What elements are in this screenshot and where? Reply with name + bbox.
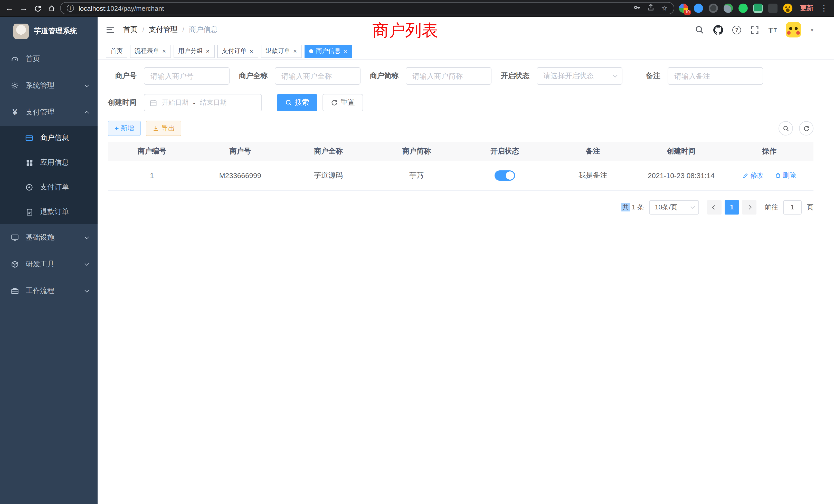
bookmark-star-icon[interactable]: ☆	[661, 4, 667, 12]
tab-close-icon[interactable]: ×	[249, 48, 254, 54]
document-icon	[25, 208, 34, 216]
sidebar-item-app-info[interactable]: 应用信息	[0, 151, 97, 175]
main-area: 首页 / 支付管理 / 商户信息 商户列表	[97, 17, 834, 504]
sidebar-item-pay-order[interactable]: 支付订单	[0, 175, 97, 200]
export-button[interactable]: 导出	[146, 121, 181, 136]
breadcrumb-payment[interactable]: 支付管理	[149, 25, 178, 35]
tab-close-icon[interactable]: ×	[205, 48, 210, 54]
app-logo[interactable]: 芋道管理系统	[0, 17, 97, 46]
tab-close-icon[interactable]: ×	[343, 48, 348, 54]
browser-forward-icon[interactable]: →	[20, 4, 28, 12]
tab-pay-order[interactable]: 支付订单 ×	[217, 44, 258, 58]
extension-icon-dark[interactable]	[709, 4, 718, 13]
date-range-picker[interactable]: 开始日期 - 结束日期	[144, 94, 262, 111]
extension-icon-green-circle[interactable]	[739, 4, 748, 13]
chevron-down-icon	[85, 261, 89, 266]
goto-page-input[interactable]	[783, 200, 802, 214]
status-toggle[interactable]	[495, 170, 515, 181]
tab-close-icon[interactable]: ×	[162, 48, 167, 54]
extension-icon-green-square[interactable]	[753, 4, 763, 13]
sidebar-item-home[interactable]: 首页	[0, 46, 97, 72]
tab-home[interactable]: 首页	[106, 44, 127, 58]
browser-home-icon[interactable]	[48, 4, 56, 12]
toggle-search-button[interactable]	[778, 121, 793, 136]
browser-nav-buttons: ← →	[5, 4, 56, 12]
saved-passwords-key-icon[interactable]	[634, 4, 641, 13]
sidebar-item-system[interactable]: 系统管理	[0, 72, 97, 99]
cell-id: 1	[108, 161, 196, 190]
next-page-button[interactable]	[742, 200, 756, 214]
current-page-button[interactable]: 1	[725, 200, 739, 214]
user-menu-caret-icon[interactable]: ▾	[811, 26, 813, 33]
sidebar-item-infrastructure[interactable]: 基础设施	[0, 224, 97, 251]
tab-merchant-info[interactable]: 商户信息 ×	[305, 44, 352, 58]
status-select[interactable]: 请选择开启状态	[537, 67, 622, 85]
url-text: localhost:1024/pay/merchant	[79, 4, 164, 12]
extension-icon-pin[interactable]	[768, 4, 777, 13]
tab-close-icon[interactable]: ×	[293, 48, 297, 54]
page-size-select[interactable]: 10条/页	[649, 200, 699, 214]
sidebar-item-label: 应用信息	[40, 158, 88, 167]
date-end-placeholder: 结束日期	[200, 98, 227, 107]
monitor-icon	[10, 233, 20, 242]
tab-refund-order[interactable]: 退款订单 ×	[261, 44, 302, 58]
font-size-icon[interactable]: TT	[768, 25, 777, 34]
filter-full-name: 商户全称	[239, 67, 360, 85]
filter-short-name: 商户简称	[370, 67, 491, 85]
site-info-icon[interactable]: i	[67, 5, 74, 12]
breadcrumb-home[interactable]: 首页	[123, 25, 138, 35]
browser-back-icon[interactable]: ←	[5, 4, 13, 12]
browser-profile-avatar[interactable]	[783, 4, 792, 13]
reset-button[interactable]: 重置	[323, 94, 363, 111]
user-avatar[interactable]	[786, 22, 802, 38]
table-row: 1 M233666999 芋道源码 芋艿 我是备注 2021-10-23 08:…	[108, 161, 813, 190]
add-button[interactable]: + 新增	[108, 121, 141, 136]
browser-reload-icon[interactable]	[34, 4, 42, 12]
share-icon[interactable]	[647, 4, 655, 13]
sidebar-item-refund-order[interactable]: 退款订单	[0, 200, 97, 224]
sidebar-item-label: 系统管理	[26, 81, 79, 90]
yen-icon: ¥	[10, 108, 20, 117]
search-icon[interactable]	[695, 25, 704, 35]
delete-link[interactable]: 删除	[775, 171, 796, 180]
target-icon	[25, 183, 34, 191]
sidebar-menu: 首页 系统管理 ¥ 支付管理	[0, 46, 97, 304]
tab-label: 首页	[110, 47, 123, 55]
sidebar-item-merchant-info[interactable]: 商户信息	[0, 126, 97, 151]
cell-status	[461, 161, 549, 190]
extension-icon-avatar[interactable]	[724, 4, 733, 13]
prev-page-button[interactable]	[707, 200, 722, 214]
fullscreen-icon[interactable]	[750, 25, 759, 34]
tab-user-group[interactable]: 用户分组 ×	[174, 44, 215, 58]
sidebar-item-workflow[interactable]: 工作流程	[0, 278, 97, 304]
refresh-table-button[interactable]	[799, 121, 813, 136]
grid-icon	[25, 159, 34, 166]
page-unit-label: 页	[807, 203, 813, 212]
extension-icon-colorful[interactable]: 10	[679, 4, 688, 13]
short-name-input[interactable]	[406, 67, 491, 85]
remark-input[interactable]	[667, 67, 763, 85]
navbar-actions: ? TT ▾	[695, 22, 813, 38]
github-icon[interactable]	[713, 25, 723, 35]
cell-full-name: 芋道源码	[284, 161, 373, 190]
chevron-right-icon	[747, 205, 751, 209]
edit-link[interactable]: 修改	[743, 171, 764, 180]
sidebar-item-payment[interactable]: ¥ 支付管理	[0, 99, 97, 126]
address-bar[interactable]: i localhost:1024/pay/merchant ☆	[60, 2, 674, 14]
tab-process-form[interactable]: 流程表单 ×	[130, 44, 171, 58]
search-button[interactable]: 搜索	[277, 94, 317, 111]
help-icon[interactable]: ?	[732, 25, 741, 34]
filter-create-time: 创建时间 开始日期 - 结束日期	[108, 94, 262, 111]
sidebar-item-dev-tools[interactable]: 研发工具	[0, 251, 97, 278]
export-button-label: 导出	[161, 124, 175, 133]
hamburger-icon[interactable]	[106, 26, 115, 34]
cell-short-name: 芋艿	[373, 161, 461, 190]
browser-menu-kebab-icon[interactable]: ⋮	[819, 4, 829, 13]
extension-icon-blue-drop[interactable]	[694, 4, 703, 13]
full-name-input[interactable]	[275, 67, 360, 85]
browser-update-button[interactable]: 更新	[800, 4, 813, 13]
tab-label: 流程表单	[135, 47, 159, 55]
table-header-remark: 备注	[549, 142, 637, 161]
navbar: 首页 / 支付管理 / 商户信息 商户列表	[97, 17, 834, 43]
merchant-no-input[interactable]	[144, 67, 229, 85]
